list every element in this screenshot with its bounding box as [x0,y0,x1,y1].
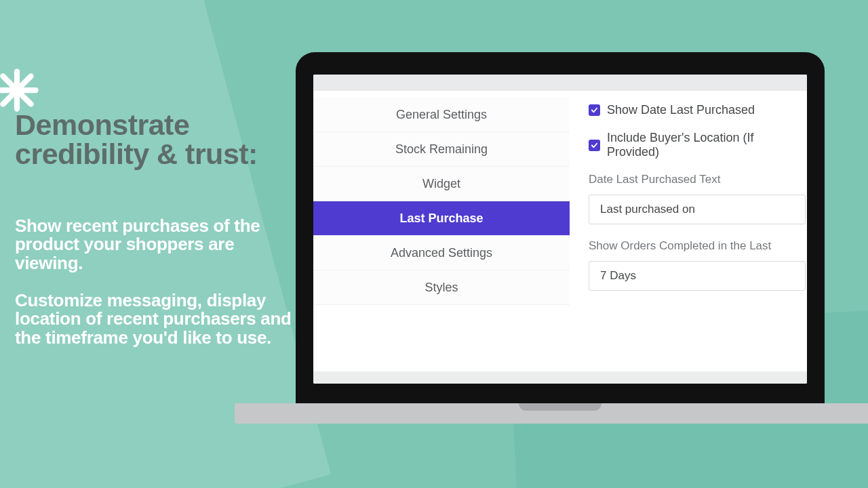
menu-item-general-settings[interactable]: General Settings [313,98,570,132]
checkbox-include-location[interactable] [589,140,600,151]
window-topbar [313,75,807,91]
menu-item-label: General Settings [396,108,487,122]
checkbox-label: Show Date Last Purchased [607,103,755,117]
marketing-heading: Demonstrate credibility & trust: [15,110,286,169]
checkbox-label: Include Buyer's Location (If Provided) [607,131,807,159]
menu-item-stock-remaining[interactable]: Stock Remaining [313,132,570,167]
app-body: General Settings Stock Remaining Widget … [313,91,807,371]
settings-menu: General Settings Stock Remaining Widget … [313,91,570,371]
checkbox-row-include-location: Include Buyer's Location (If Provided) [589,131,807,159]
field-label-orders-window: Show Orders Completed in the Last [589,239,807,253]
date-text-input[interactable] [589,195,806,224]
orders-window-select[interactable]: 7 Days [589,261,806,291]
menu-item-label: Styles [425,281,458,295]
menu-item-label: Advanced Settings [391,246,492,260]
menu-item-label: Widget [422,177,460,191]
checkbox-row-show-date: Show Date Last Purchased [589,103,807,117]
settings-panel: Show Date Last Purchased Include Buyer's… [570,91,807,371]
menu-item-label: Stock Remaining [395,142,488,157]
marketing-para-1: Show recent purchases of the product you… [15,217,293,272]
select-value: 7 Days [600,269,636,283]
app-screen: General Settings Stock Remaining Widget … [313,75,807,384]
window-bottombar [313,371,807,384]
marketing-para-2: Customize messaging, display location of… [15,291,293,347]
menu-item-widget[interactable]: Widget [313,167,570,201]
laptop-notch [519,403,601,411]
checkbox-show-date[interactable] [589,104,600,116]
menu-item-last-purchase[interactable]: Last Purchase [313,201,570,236]
laptop-frame: General Settings Stock Remaining Widget … [296,52,825,406]
field-label-date-text: Date Last Purchased Text [589,173,807,186]
menu-item-advanced-settings[interactable]: Advanced Settings [313,236,570,270]
menu-item-label: Last Purchase [399,211,483,226]
menu-item-styles[interactable]: Styles [313,270,570,305]
